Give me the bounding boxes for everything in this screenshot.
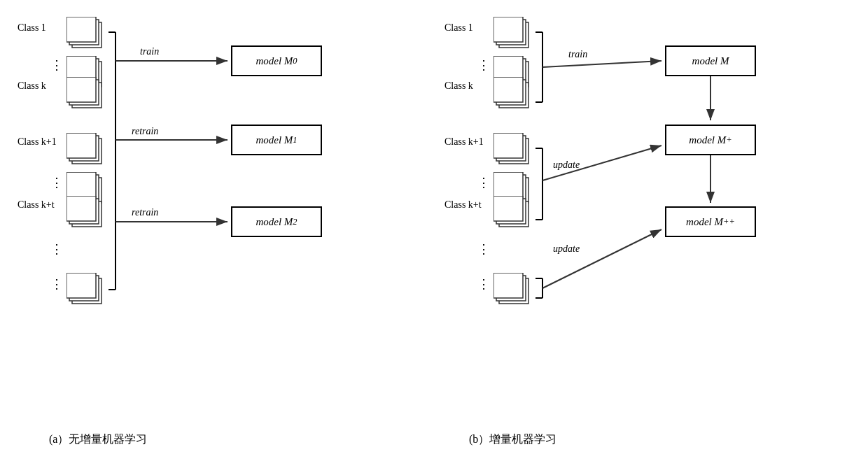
svg-rect-52: [493, 273, 523, 298]
doc-stack-bkt: [493, 196, 534, 232]
doc-stack-bk: [493, 77, 534, 113]
model-box-b-mplusplus: model M++: [665, 206, 756, 237]
doc-stack-ak: [66, 77, 107, 113]
doc-stack-akt: [66, 196, 107, 232]
model-box-a-m1: model M1: [231, 125, 322, 155]
svg-text:update: update: [553, 159, 580, 170]
main-container: Class 1 ⋮ Class k Class k+1 ⋮: [0, 0, 868, 461]
label-b-dots2: ⋮: [477, 175, 490, 190]
model-box-a-m2: model M2: [231, 206, 322, 237]
doc-stack-b1: [493, 17, 534, 53]
svg-rect-2: [66, 17, 96, 42]
svg-rect-20: [66, 273, 96, 298]
label-b-classk: Class k: [444, 80, 473, 92]
label-a-dots1: ⋮: [50, 57, 63, 73]
model-box-b-mplus: model M+: [665, 125, 756, 155]
svg-rect-17: [66, 196, 96, 221]
model-box-b-m: model M: [665, 45, 756, 76]
diagram-b: Class 1 ⋮ Class k Class k+1 ⋮: [441, 7, 847, 454]
label-a-classkp1: Class k+1: [18, 136, 57, 148]
svg-rect-40: [493, 77, 523, 102]
label-b-dots3: ⋮: [477, 241, 490, 257]
svg-text:train: train: [568, 49, 587, 59]
doc-stack-akp1: [66, 133, 107, 169]
svg-rect-46: [493, 172, 523, 197]
doc-stack-a1: [66, 17, 107, 53]
svg-line-62: [542, 146, 662, 180]
doc-stack-a-bottom: [66, 273, 107, 309]
doc-stack-bkp1: [493, 133, 534, 169]
svg-text:retrain: retrain: [132, 126, 158, 136]
diagram-a: Class 1 ⋮ Class k Class k+1 ⋮: [14, 7, 420, 454]
caption-a: (a）无增量机器学习: [49, 432, 147, 447]
svg-rect-11: [66, 133, 96, 158]
label-b-dots1: ⋮: [477, 57, 490, 73]
doc-stack-b-bottom: [493, 273, 534, 309]
svg-rect-8: [66, 77, 96, 102]
svg-line-66: [542, 229, 662, 288]
label-a-dots2: ⋮: [50, 175, 63, 190]
label-b-classk1t: Class k+t: [444, 199, 482, 211]
label-b-classkp1: Class k+1: [444, 136, 484, 148]
caption-b: (b）增量机器学习: [469, 432, 556, 447]
svg-text:train: train: [140, 46, 159, 57]
svg-line-58: [542, 61, 662, 67]
label-a-classk1t: Class k+t: [18, 199, 55, 211]
svg-rect-34: [493, 17, 523, 42]
label-a-class1: Class 1: [18, 22, 46, 34]
svg-rect-49: [493, 196, 523, 221]
label-a-dots3: ⋮: [50, 241, 63, 257]
svg-rect-14: [66, 172, 96, 197]
svg-text:update: update: [553, 243, 580, 254]
label-b-class1: Class 1: [444, 22, 473, 34]
label-a-dots4: ⋮: [50, 276, 63, 292]
label-a-classk: Class k: [18, 80, 46, 92]
svg-rect-43: [493, 133, 523, 158]
model-box-a-m0: model M0: [231, 45, 322, 76]
svg-text:retrain: retrain: [132, 207, 158, 218]
label-b-dots4: ⋮: [477, 276, 490, 292]
